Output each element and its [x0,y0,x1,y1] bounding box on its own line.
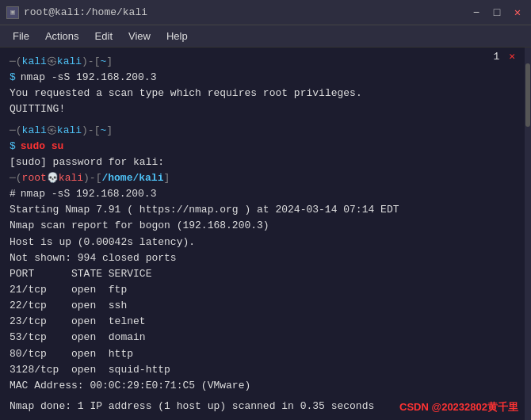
nmap-out-10: 80/tcp open http [10,346,521,362]
close-button[interactable]: ✕ [510,6,525,19]
maximize-button[interactable]: □ [490,6,504,19]
nmap-out-9: 53/tcp open domain [10,330,521,346]
nmap-out-7: 22/tcp open ssh [10,298,521,314]
tab-area: 1 ✕ [494,49,515,65]
menu-view[interactable]: View [122,28,157,44]
window-title: root@kali:/home/kali [24,6,147,18]
terminal-sudo-pw: [sudo] password for kali: [10,155,521,170]
nmap-out-1: Starting Nmap 7.91 ( https://nmap.org ) … [10,202,521,218]
terminal-root-cmd: #nmap -sS 192.168.200.3 [10,186,521,202]
titlebar: ▣ root@kali:/home/kali − □ ✕ [0,0,531,25]
nmap-out-8: 23/tcp open telnet [10,314,521,330]
nmap-out-2: Nmap scan report for bogon (192.168.200.… [10,218,521,234]
nmap-out-3: Host is up (0.00042s latency). [10,235,521,250]
titlebar-left: ▣ root@kali:/home/kali [6,6,147,19]
menu-help[interactable]: Help [160,28,194,44]
minimize-button[interactable]: − [469,6,483,19]
scrollbar-thumb[interactable] [525,63,530,127]
nmap-out-12: MAC Address: 00:0C:29:E0:71:C5 (VMware) [10,378,521,394]
scrollbar[interactable] [525,48,531,420]
window-controls[interactable]: − □ ✕ [469,6,525,19]
tab-close-icon[interactable]: ✕ [509,51,515,63]
window-icon: ▣ [6,6,19,19]
menubar: File Actions Edit View Help [0,25,531,48]
menu-edit[interactable]: Edit [89,28,119,44]
tab-number: 1 [494,51,500,63]
terminal-output-2: QUITTING! [10,101,521,117]
watermark: CSDN @20232802黄千里 [399,399,518,415]
menu-actions[interactable]: Actions [39,28,86,44]
menu-file[interactable]: File [6,28,36,44]
terminal-line-2: ─(kali㉿kali)-[~] [10,123,521,139]
nmap-out-6: 21/tcp open ftp [10,282,521,298]
terminal-root-prompt: ─(root💀kali)-[/home/kali] [10,170,521,186]
terminal-line-1: ─(kali㉿kali)-[~] [10,54,521,70]
nmap-out-11: 3128/tcp open squid-http [10,362,521,378]
terminal-line-1b: $nmap -sS 192.168.200.3 [10,70,521,86]
nmap-out-4: Not shown: 994 closed ports [10,250,521,266]
terminal-output-1: You requested a scan type which requires… [10,86,521,101]
terminal-line-2b: $sudo su [10,139,521,155]
nmap-out-5: PORT STATE SERVICE [10,266,521,282]
terminal-area[interactable]: 1 ✕ ─(kali㉿kali)-[~] $nmap -sS 192.168.2… [0,48,531,420]
